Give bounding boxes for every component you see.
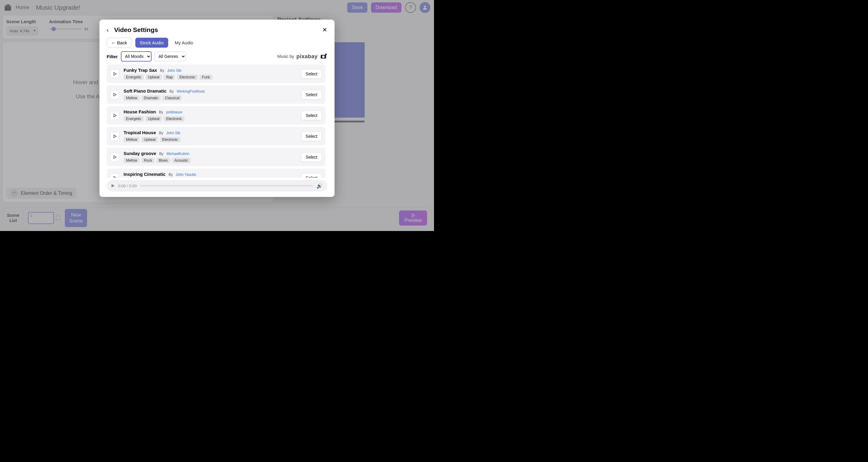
track-row: Sunday groove By MichaelKobrin MellowRoc… [107,148,326,166]
player-play-icon[interactable] [112,184,115,187]
player-time: 0:00 / 0:00 [118,184,136,188]
volume-icon[interactable]: 🔊 [316,183,322,189]
track-tag: Electronic [177,75,198,80]
back-button[interactable]: ← Back [107,38,132,48]
track-tag: Blues [156,158,170,163]
track-tag: Upbeat [146,116,162,121]
track-author-link[interactable]: WinkingFoxMusic [177,89,205,93]
track-row: Funky Trap Sax By John Sib EnergeticUpbe… [107,64,326,83]
pixabay-logo: pixabay [296,53,318,60]
track-author-link[interactable]: MichaelKobrin [166,152,189,156]
track-tag: Energetic [124,75,144,80]
svg-marker-11 [114,114,116,117]
track-select-button[interactable]: Select [301,69,322,79]
track-by-label: By [159,131,163,135]
svg-marker-13 [114,155,116,158]
track-row: Inspiring Cinematic By John Yasutis Dram… [107,169,326,178]
track-play-button[interactable] [110,90,119,99]
track-author-link[interactable]: John Sib [166,131,181,135]
track-title: Funky Trap Sax [124,67,157,73]
svg-rect-8 [325,54,327,55]
track-author-link[interactable]: John Yasutis [176,173,196,177]
track-tag: Classical [162,95,182,101]
track-by-label: By [170,89,174,93]
track-title: Sunday groove [124,151,156,156]
play-icon [113,72,117,76]
track-tag: Electronic [164,116,184,121]
back-chevron-icon[interactable]: ‹ [107,27,109,33]
track-tag: Rap [164,75,175,80]
track-play-button[interactable] [110,69,119,79]
video-settings-modal: ‹ Video Settings ✕ ← Back Stock Audio My… [99,20,335,197]
track-row: Tropical House By John Sib MellowUpbeatE… [107,127,326,145]
track-tag: Dramatic [141,95,161,101]
track-tag: Funk [199,75,213,80]
modal-title: Video Settings [114,26,158,33]
track-title: Inspiring Cinematic [124,172,165,177]
track-tag: Electronic [160,137,181,142]
filter-label: Filter [107,54,118,59]
play-icon [113,155,117,159]
track-tag: Mellow [124,158,140,163]
audio-player[interactable]: 0:00 / 0:00 🔊 [107,180,327,192]
track-tag: Mellow [124,95,140,101]
svg-marker-10 [114,93,116,96]
track-title: Soft Piano Dramatic [124,88,167,93]
track-by-label: By [159,152,163,156]
camera-icon [320,54,327,59]
track-select-button[interactable]: Select [301,152,322,162]
track-select-button[interactable]: Select [301,90,322,99]
track-tag: Rock [141,158,154,163]
track-select-button[interactable]: Select [301,173,322,178]
play-icon [113,113,117,118]
track-play-button[interactable] [110,152,119,162]
track-title: House Fashion [124,109,156,114]
track-row: House Fashion By jorikbasov EnergeticUpb… [107,106,326,124]
track-by-label: By [160,68,164,73]
play-icon [113,134,117,138]
svg-marker-9 [114,73,116,75]
tab-my-audio[interactable]: My Audio [172,38,196,47]
track-author-link[interactable]: John Sib [167,68,181,73]
moods-select[interactable]: All Moods [121,51,152,61]
track-by-label: By [159,110,163,114]
track-tag: Upbeat [146,75,162,80]
track-author-link[interactable]: jorikbasov [166,110,183,114]
track-by-label: By [168,173,173,177]
svg-point-7 [322,56,324,58]
track-tag: Acoustic [172,158,190,163]
track-row: Soft Piano Dramatic By WinkingFoxMusic M… [107,85,326,104]
svg-marker-14 [114,176,116,178]
track-play-button[interactable] [110,111,119,120]
tracks-list[interactable]: Funky Trap Sax By John Sib EnergeticUpbe… [107,64,327,178]
genres-select[interactable]: All Genres [155,52,186,61]
track-play-button[interactable] [110,132,119,141]
track-title: Tropical House [124,130,156,135]
track-select-button[interactable]: Select [301,111,322,120]
track-select-button[interactable]: Select [301,132,322,141]
player-seek-bar[interactable] [140,185,313,186]
track-tag: Upbeat [141,137,158,142]
tab-stock-audio[interactable]: Stock Audio [135,38,168,48]
play-icon [113,93,117,97]
track-tag: Mellow [124,137,140,142]
track-tag: Energetic [124,116,144,121]
play-icon [113,176,117,178]
track-play-button[interactable] [110,173,119,178]
close-icon[interactable]: ✕ [322,26,327,33]
music-by-label: Music by [277,54,294,59]
svg-marker-12 [114,135,116,138]
